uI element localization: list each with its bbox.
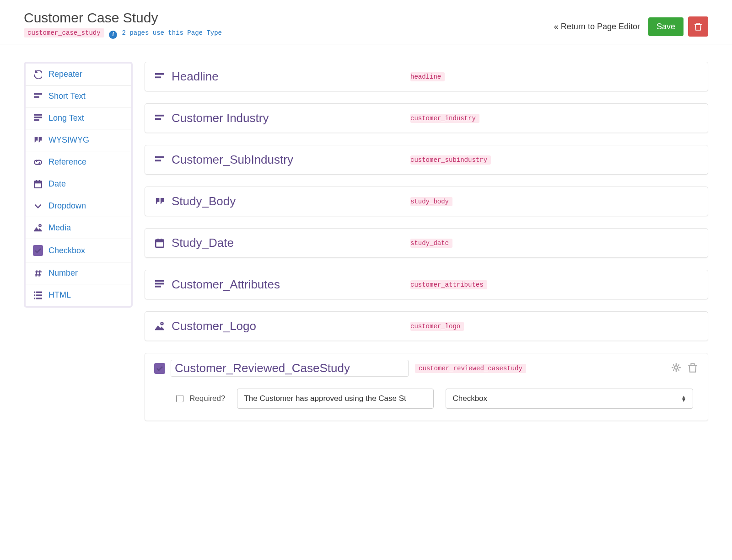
field-title: Customer Industry (172, 111, 269, 125)
page-slug: customer_case_study (24, 28, 104, 37)
palette-item-hash[interactable]: Number (26, 262, 131, 284)
field-type-value: Checkbox (452, 394, 487, 403)
palette-item-short-text[interactable]: Short Text (26, 85, 131, 107)
page-title: Customer Case Study (24, 10, 222, 26)
save-button[interactable]: Save (648, 17, 684, 36)
field-type-select[interactable]: Checkbox ▲▼ (446, 389, 693, 409)
palette-item-label: WYSIWYG (48, 135, 89, 145)
field-title: Study_Date (172, 236, 234, 250)
palette-item-label: Media (48, 223, 71, 233)
gear-icon (671, 363, 681, 373)
calendar-icon (33, 180, 43, 188)
quote-icon (153, 197, 166, 206)
field-card[interactable]: Customer_SubIndustrycustomer_subindustry (145, 145, 708, 175)
palette-item-media[interactable]: Media (26, 217, 131, 239)
delete-page-type-button[interactable] (688, 16, 708, 37)
info-icon[interactable]: i (109, 31, 117, 39)
usage-link[interactable]: 2 pages use this Page Type (122, 29, 222, 37)
required-label: Required? (189, 394, 225, 403)
checkbox-icon (153, 363, 166, 374)
palette-item-label: Dropdown (48, 201, 86, 211)
field-slug: customer_logo (410, 322, 464, 331)
field-card-active: customer_reviewed_casestudy Required? (145, 353, 708, 421)
return-to-editor-link[interactable]: « Return to Page Editor (554, 22, 640, 32)
palette-item-label: Long Text (48, 113, 84, 123)
field-card[interactable]: Study_Datestudy_date (145, 228, 708, 258)
field-card[interactable]: Customer_Attributescustomer_attributes (145, 270, 708, 299)
field-card[interactable]: Customer_Logocustomer_logo (145, 311, 708, 341)
palette-item-link[interactable]: Reference (26, 151, 131, 173)
media-icon (33, 224, 43, 232)
hash-icon (33, 269, 43, 277)
palette-item-label: Checkbox (48, 246, 85, 256)
field-slug: study_body (410, 197, 452, 206)
field-type-palette: RepeaterShort TextLong TextWYSIWYGRefere… (24, 62, 133, 308)
link-icon (33, 158, 43, 166)
field-slug: customer_reviewed_casestudy (415, 364, 526, 373)
required-checkbox[interactable] (176, 395, 183, 402)
palette-item-label: Reference (48, 157, 86, 167)
repeat-icon (33, 70, 43, 79)
long-text-icon (153, 280, 166, 289)
field-card[interactable]: Study_Bodystudy_body (145, 187, 708, 216)
field-description-input[interactable] (237, 389, 434, 409)
field-title: Customer_Attributes (172, 277, 280, 292)
short-text-icon (33, 92, 43, 101)
field-delete-button[interactable] (688, 363, 698, 374)
field-card[interactable]: Headlineheadline (145, 62, 708, 91)
field-slug: headline (410, 72, 445, 81)
short-text-icon (153, 155, 166, 165)
field-title-input[interactable] (171, 360, 409, 377)
short-text-icon (153, 72, 166, 81)
select-arrows-icon: ▲▼ (681, 395, 686, 402)
palette-item-repeat[interactable]: Repeater (26, 64, 131, 85)
palette-item-label: Short Text (48, 91, 86, 101)
calendar-icon (153, 239, 166, 248)
field-title: Study_Body (172, 194, 236, 208)
palette-item-checkbox[interactable]: Checkbox (26, 239, 131, 262)
field-slug: customer_industry (410, 114, 479, 123)
palette-item-label: Repeater (48, 69, 82, 79)
list-icon (33, 291, 43, 299)
palette-item-long-text[interactable]: Long Text (26, 107, 131, 129)
field-slug: customer_subindustry (410, 155, 491, 165)
palette-item-calendar[interactable]: Date (26, 173, 131, 195)
field-title: Customer_Logo (172, 319, 256, 333)
field-card[interactable]: Customer Industrycustomer_industry (145, 103, 708, 133)
long-text-icon (33, 114, 43, 123)
trash-icon (688, 363, 698, 373)
checkbox-icon (33, 245, 43, 256)
trash-icon (694, 22, 702, 31)
required-toggle[interactable]: Required? (174, 394, 225, 404)
field-title: Customer_SubIndustry (172, 153, 293, 167)
palette-item-label: Date (48, 179, 66, 189)
palette-item-chevron-down[interactable]: Dropdown (26, 195, 131, 217)
palette-item-list[interactable]: HTML (26, 284, 131, 306)
field-slug: customer_attributes (410, 280, 487, 289)
quote-icon (33, 136, 43, 144)
field-slug: study_date (410, 239, 452, 248)
field-settings-button[interactable] (671, 363, 681, 374)
chevron-down-icon (33, 202, 43, 210)
media-icon (153, 322, 166, 331)
palette-item-quote[interactable]: WYSIWYG (26, 129, 131, 151)
palette-item-label: Number (48, 268, 78, 278)
field-title: Headline (172, 69, 219, 84)
palette-item-label: HTML (48, 290, 71, 300)
short-text-icon (153, 114, 166, 123)
